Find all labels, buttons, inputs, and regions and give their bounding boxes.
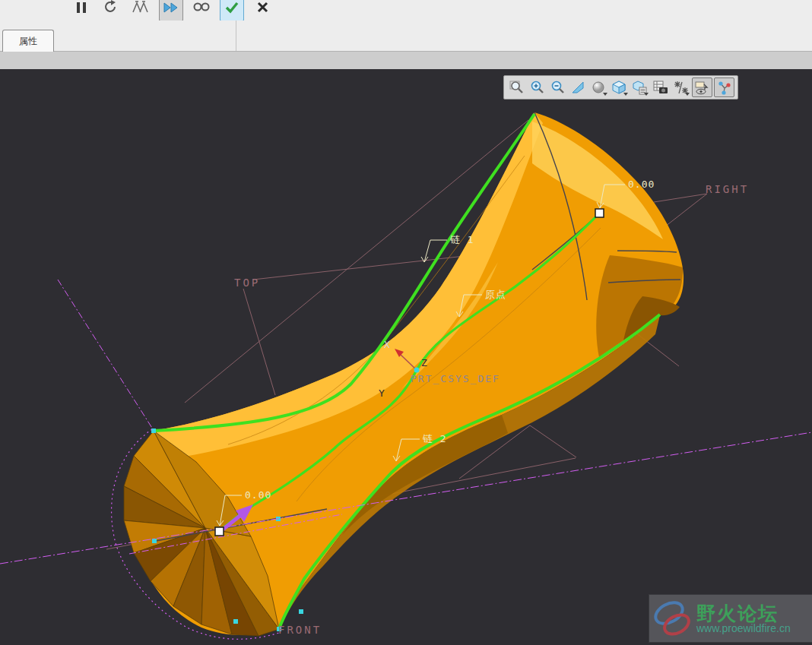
dimension-lower[interactable]: 0.00 bbox=[245, 489, 271, 501]
saved-views-button[interactable] bbox=[610, 78, 629, 96]
resume-icon bbox=[104, 0, 118, 14]
dropdown-arrow bbox=[603, 93, 607, 96]
watermark-url[interactable]: www.proewildfire.cn bbox=[696, 623, 791, 634]
spin-center-icon bbox=[717, 81, 732, 95]
zoom-in-button[interactable] bbox=[528, 78, 547, 96]
zoom-fit-icon bbox=[509, 81, 524, 95]
csys-name-label[interactable]: PRT_CSYS_DEF bbox=[411, 373, 500, 384]
pause-icon bbox=[76, 1, 87, 13]
layer-camera-button[interactable] bbox=[651, 78, 670, 96]
resume-button[interactable] bbox=[100, 0, 122, 20]
dropdown-arrow bbox=[623, 93, 628, 96]
datum-label-top[interactable]: TOP bbox=[234, 277, 260, 289]
step-button[interactable] bbox=[129, 0, 152, 20]
feature-playback-toolbar bbox=[70, 0, 274, 21]
z-axis-label: Z bbox=[421, 357, 427, 368]
tab-properties[interactable]: 属性 bbox=[2, 30, 54, 52]
secondary-bar bbox=[0, 52, 812, 69]
datum-display-button[interactable] bbox=[671, 78, 690, 96]
zoom-out-icon bbox=[550, 81, 565, 95]
forum-watermark: 野火论坛 www.proewildfire.cn bbox=[649, 594, 812, 643]
zoom-out-button[interactable] bbox=[548, 78, 567, 96]
close-x-icon bbox=[257, 2, 268, 13]
top-panel: 属性 bbox=[0, 0, 812, 52]
annotation-toggle-button[interactable] bbox=[692, 77, 712, 97]
display-style-button[interactable] bbox=[589, 78, 608, 96]
application-window: { "tabs": { "properties": "属性" }, "playb… bbox=[0, 0, 812, 645]
table-camera-icon bbox=[653, 81, 668, 95]
repaint-icon bbox=[571, 81, 585, 95]
label-origin[interactable]: 原点 bbox=[485, 289, 506, 300]
y-axis-label: Y bbox=[379, 387, 385, 399]
x-axis-label: X bbox=[384, 339, 390, 350]
dropdown-arrow bbox=[644, 93, 649, 96]
wildfire-logo-icon bbox=[649, 596, 696, 640]
dropdown-arrow bbox=[685, 93, 690, 96]
pause-button[interactable] bbox=[70, 0, 93, 20]
zoom-fit-button[interactable] bbox=[507, 78, 526, 96]
graphics-view-toolbar bbox=[503, 75, 738, 100]
loop-button[interactable] bbox=[190, 0, 213, 20]
drag-handle-upper[interactable] bbox=[595, 209, 604, 217]
view-manager-button[interactable] bbox=[630, 78, 649, 96]
spin-center-toggle-button[interactable] bbox=[714, 77, 734, 97]
repaint-button[interactable] bbox=[569, 78, 588, 96]
drag-handle-lower[interactable] bbox=[215, 527, 224, 536]
fast-forward-icon bbox=[163, 2, 179, 14]
csys-origin-point bbox=[414, 368, 420, 373]
dimension-upper[interactable]: 0.00 bbox=[628, 179, 655, 190]
datum-label-front[interactable]: FRONT bbox=[278, 624, 322, 636]
label-chain-2[interactable]: 链 2 bbox=[422, 433, 447, 444]
zoom-in-icon bbox=[530, 81, 544, 95]
cancel-button[interactable] bbox=[251, 0, 274, 20]
ok-button[interactable] bbox=[220, 0, 244, 21]
step-icon bbox=[132, 0, 149, 14]
checkmark-icon bbox=[225, 2, 239, 14]
label-chain-1[interactable]: 链 1 bbox=[449, 234, 474, 245]
watermark-title: 野火论坛 bbox=[696, 603, 791, 623]
loop-icon bbox=[193, 2, 210, 12]
tab-properties-label: 属性 bbox=[19, 35, 37, 48]
fast-forward-button[interactable] bbox=[159, 0, 183, 21]
datum-label-right[interactable]: RIGHT bbox=[706, 183, 749, 195]
annotation-eye-icon bbox=[695, 81, 710, 95]
